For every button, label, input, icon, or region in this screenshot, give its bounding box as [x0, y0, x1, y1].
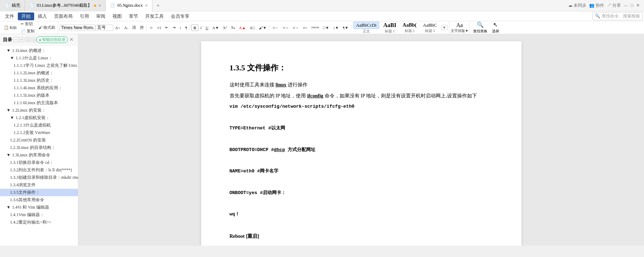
- menu-review[interactable]: 审阅: [93, 12, 109, 20]
- document-page[interactable]: 1.3.5 文件操作： 这时使用工具来连接 linux 进行操作 首先要获取虚拟…: [201, 41, 522, 246]
- copy-button[interactable]: 📄 复制: [19, 28, 36, 34]
- toc-toggle[interactable]: ▼: [6, 48, 11, 53]
- align-center-button[interactable]: ≡↔: [281, 25, 290, 31]
- toc-item-1-2[interactable]: ▼ 1.2Linux 的安装：: [0, 107, 78, 114]
- sidebar-btn4[interactable]: □: [31, 37, 36, 42]
- toc-item-1-1-1-4[interactable]: 1.1.1.4Linux 系统的应用：: [0, 84, 78, 92]
- line-spacing-button[interactable]: ↕▼: [331, 25, 341, 31]
- menu-insert[interactable]: 插入: [34, 12, 51, 20]
- cut-button[interactable]: ✂ 剪切: [19, 21, 36, 27]
- char-shading-button[interactable]: A▼: [210, 25, 221, 31]
- sort-button[interactable]: ↕: [178, 25, 183, 31]
- sidebar-collapse-all[interactable]: −: [14, 37, 19, 42]
- toc-toggle[interactable]: ▼: [10, 55, 14, 61]
- toc-item-1-3-5[interactable]: 1.3.5文件操作：: [0, 189, 78, 196]
- smart-toc-button[interactable]: ● 智能识别目录: [36, 36, 68, 43]
- char-border-button[interactable]: A□: [248, 25, 257, 31]
- menu-reference[interactable]: 引用: [76, 12, 93, 20]
- toc-item-1-1-1-1[interactable]: 1.1.1.1学习 Linux 之前先了解 Unix: [0, 62, 78, 69]
- clear-format-button[interactable]: 清: [130, 24, 138, 31]
- menu-chapter[interactable]: 章节: [125, 12, 142, 20]
- subscript-button[interactable]: X₂: [229, 25, 237, 31]
- sidebar-btn3[interactable]: □: [25, 37, 30, 42]
- menu-view[interactable]: 视图: [109, 12, 125, 20]
- indent-increase-button[interactable]: ⇥: [171, 25, 177, 31]
- tab-close-active[interactable]: ✕: [145, 4, 148, 7]
- toc-item-1-3-6[interactable]: 1.3.6其他常用命令: [0, 196, 78, 204]
- menu-file[interactable]: 文件: [1, 12, 18, 20]
- style-heading3[interactable]: AaBbC 标题 3: [421, 22, 439, 33]
- unordered-list-button[interactable]: ≡·: [148, 25, 155, 31]
- paste-button[interactable]: 📋粘贴: [2, 25, 19, 31]
- text-layout-button[interactable]: Aa 文字排版▼: [451, 22, 468, 33]
- underline-button[interactable]: U: [204, 25, 210, 31]
- toc-toggle[interactable]: ▼: [10, 115, 14, 121]
- font-decrease-button[interactable]: A-: [122, 25, 130, 31]
- toc-toggle[interactable]: ▼: [6, 152, 11, 158]
- font-size-input[interactable]: [95, 25, 113, 31]
- toc-item-1-3-1[interactable]: 1.3.1切换目录命令 cd：: [0, 159, 78, 166]
- border-button[interactable]: □▼: [321, 25, 331, 31]
- menu-start[interactable]: 开始: [18, 12, 34, 20]
- justify-button[interactable]: ≡=: [301, 25, 309, 31]
- sync-button[interactable]: ☁ 未同步: [568, 2, 586, 9]
- find-replace-button[interactable]: 🔍 查找替换: [471, 21, 489, 34]
- styles-more-button[interactable]: ▼: [441, 25, 447, 30]
- distribute-button[interactable]: ≡⟺: [309, 25, 321, 31]
- toc-item-1-4[interactable]: ▼ 1.4Vi 和 Vim 编辑器: [0, 204, 78, 211]
- toc-item-1-2-1-1[interactable]: 1.2.1.1什么是虚拟机: [0, 122, 78, 129]
- toc-item-1-1[interactable]: ▼ 1.1Linux 的概述：: [0, 47, 78, 54]
- toc-toggle[interactable]: ▼: [6, 108, 11, 113]
- font-increase-button[interactable]: A+: [114, 25, 122, 31]
- close-button[interactable]: ✕: [636, 3, 640, 8]
- style-heading1[interactable]: AaBI 标题 1: [381, 22, 398, 34]
- sidebar-expand-all[interactable]: +: [20, 37, 25, 42]
- toc-item-1-1-1-6[interactable]: 1.1.1.6Linux 的主流版本: [0, 99, 78, 107]
- tab-nginx[interactable]: 📄 05.Nginx.docx ✕: [106, 0, 152, 11]
- maximize-button[interactable]: □: [631, 3, 633, 8]
- style-zhengwen[interactable]: AaBbCcDi 正文: [354, 22, 379, 34]
- add-tab-button[interactable]: +: [152, 0, 164, 11]
- share-button[interactable]: ↗ 分享: [607, 2, 621, 9]
- tab-linux-ref[interactable]: 📄 03.Linux参考...6079346截取】 ✕: [25, 0, 106, 11]
- format-painter-button[interactable]: 🖌 格式刷: [37, 24, 57, 31]
- superscript-button[interactable]: X²: [221, 25, 229, 31]
- paragraph-button[interactable]: ¶▼: [341, 25, 350, 31]
- toc-item-1-3-3[interactable]: 1.3.3创建目录和移除目录：mkdir rmdir: [0, 174, 78, 181]
- toc-item-1-2-2[interactable]: 1.2.2CentOS 的安装: [0, 136, 78, 144]
- minimize-button[interactable]: —: [624, 3, 628, 8]
- menu-vip[interactable]: 会员专享: [167, 12, 193, 20]
- toc-item-1-1-1-5[interactable]: 1.1.1.5Linux 的版本: [0, 92, 78, 99]
- font-name-input[interactable]: [59, 25, 95, 31]
- toc-item-1-4-2[interactable]: 1.4.2重定向输出>和>>: [0, 219, 78, 226]
- menu-dev[interactable]: 开发工具: [142, 12, 167, 20]
- menu-layout[interactable]: 页面布局: [51, 12, 76, 20]
- para-mark-button[interactable]: ¶: [183, 25, 189, 31]
- toc-toggle[interactable]: ▼: [6, 205, 11, 210]
- align-right-button[interactable]: ≡→: [291, 25, 300, 31]
- sidebar-close-button[interactable]: ✕: [68, 37, 75, 43]
- select-button[interactable]: ↖ 选择: [490, 21, 501, 34]
- tab-close[interactable]: ✕: [98, 4, 101, 7]
- font-color-button[interactable]: A▲: [237, 25, 247, 31]
- toc-item-1-1-1-3[interactable]: 1.1.1.3Linux 的历史：: [0, 77, 78, 84]
- align-left-button[interactable]: ≡←: [271, 25, 281, 31]
- toc-item-1-1-1-2[interactable]: 1.1.1.2Linux 的概述：: [0, 69, 78, 77]
- toc-item-1-2-1-2[interactable]: 1.2.1.2安装 VmWare: [0, 129, 78, 136]
- toc-item-1-2-1[interactable]: ▼ 1.2.1虚拟机安装：: [0, 114, 78, 122]
- toc-item-1-3[interactable]: ▼ 1.3Linux 的常用命令: [0, 151, 78, 159]
- toc-item-1-1-1[interactable]: ▼ 1.1.1什么是 Linux：: [0, 54, 78, 62]
- toc-item-1-2-3[interactable]: 1.2.3Linux 的目录结构：: [0, 144, 78, 151]
- bold-button[interactable]: B: [191, 25, 198, 31]
- italic-button[interactable]: I: [199, 25, 204, 31]
- collaborate-button[interactable]: 👥 协作: [589, 2, 604, 9]
- toc-item-1-3-2[interactable]: 1.3.2列出文件列表：ls ll dir(****): [0, 166, 78, 174]
- toc-item-1-4-1[interactable]: 1.4.1Vim 编辑器：: [0, 211, 78, 219]
- tab-draft[interactable]: 📄 稿壳: [0, 0, 25, 11]
- style-heading2[interactable]: AaBb( 标题 2: [400, 22, 419, 33]
- highlight-button[interactable]: 🖌▼: [257, 25, 268, 31]
- indent-decrease-button[interactable]: ⇤: [163, 25, 170, 31]
- ordered-list-button[interactable]: ≡1: [155, 25, 163, 31]
- menu-search[interactable]: 🔍 查找命令、搜索模板: [592, 12, 643, 20]
- document-area[interactable]: 1.3.5 文件操作： 这时使用工具来连接 linux 进行操作 首先要获取虚拟…: [78, 34, 644, 246]
